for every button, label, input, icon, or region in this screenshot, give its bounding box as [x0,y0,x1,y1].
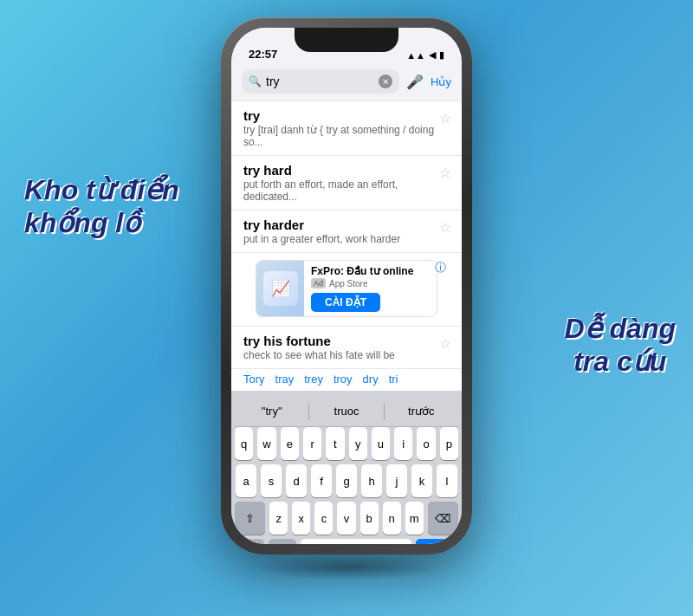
signal-icon: ▲▲ [406,50,425,61]
ad-badge: Ad [311,278,326,289]
kbd-suggestion-0[interactable]: "try" [235,405,308,418]
key-x[interactable]: x [292,502,310,535]
status-time: 22:57 [249,48,277,61]
keyboard-row-4: 123 ☺ dấu cách Tìm [235,539,458,544]
ad-install-button[interactable]: CÀI ĐẶT [311,293,380,312]
suggestion-tri[interactable]: tri [389,373,398,386]
key-s[interactable]: s [261,464,282,497]
result-word: try [243,108,450,123]
result-item-try-hard[interactable]: try hard put forth an effort, made an ef… [231,156,462,211]
search-results: try try [trai] danh từ { try at somethin… [231,101,462,391]
search-icon: 🔍 [249,75,262,88]
ad-info: FxPro: Đầu tư online Ad App Store CÀI ĐẶ… [304,261,437,316]
result-word: try harder [243,217,450,232]
phone-mockup: 22:57 ▲▲ ◀ ▮ 🔍 try ✕ 🎤 Hủy [221,17,472,554]
key-h[interactable]: h [361,464,382,497]
search-bar: 🔍 try ✕ 🎤 Hủy [231,66,462,101]
key-123[interactable]: 123 [235,539,264,544]
key-g[interactable]: g [336,464,357,497]
wifi-icon: ◀ [429,49,436,61]
key-a[interactable]: a [236,464,256,497]
keyboard-suggestion-bar: "try" truoc trước [235,396,458,427]
key-y[interactable]: y [349,427,367,460]
ad-title: FxPro: Đầu tư online [311,265,430,277]
star-icon[interactable]: ☆ [439,110,451,126]
ad-badge-row: Ad App Store [311,278,430,289]
key-d[interactable]: d [286,464,307,497]
clear-button[interactable]: ✕ [379,75,392,88]
key-z[interactable]: z [269,502,288,535]
ad-image: 📈 [256,261,304,316]
result-definition: try [trai] danh từ { try at something / … [243,124,450,148]
key-f[interactable]: f [311,464,332,497]
result-word: try hard [243,163,450,178]
key-delete[interactable]: ⌫ [428,502,458,535]
key-l[interactable]: l [437,464,457,497]
cancel-button[interactable]: Hủy [431,75,451,88]
right-promo-text: Dễ dàng tra cứu [565,312,676,379]
result-item-try-harder[interactable]: try harder put in a greater effort, work… [231,211,462,253]
kbd-suggestion-1[interactable]: truoc [309,405,383,418]
key-q[interactable]: q [235,427,253,460]
key-r[interactable]: r [303,427,321,460]
kbd-suggestion-2[interactable]: trước [385,405,458,418]
battery-icon: ▮ [439,49,444,61]
mic-icon[interactable]: 🎤 [406,74,424,90]
keyboard-row-2: a s d f g h j k l [235,464,458,497]
star-icon[interactable]: ☆ [439,219,451,236]
key-j[interactable]: j [386,464,407,497]
ad-info-icon[interactable]: ⓘ [435,260,446,276]
result-definition: check to see what his fate will be [243,349,450,361]
phone-body: 22:57 ▲▲ ◀ ▮ 🔍 try ✕ 🎤 Hủy [221,17,472,554]
star-icon[interactable]: ☆ [439,165,451,181]
phone-screen: 22:57 ▲▲ ◀ ▮ 🔍 try ✕ 🎤 Hủy [231,28,462,544]
key-u[interactable]: u [372,427,390,460]
suggestion-tory[interactable]: Tory [243,373,265,386]
key-t[interactable]: t [326,427,344,460]
ad-block: 📈 FxPro: Đầu tư online Ad App Store CÀI … [231,253,462,327]
key-search[interactable]: Tìm [416,539,458,544]
key-n[interactable]: n [383,502,401,535]
suggestion-tray[interactable]: tray [275,373,295,386]
ad-content-block[interactable]: 📈 FxPro: Đầu tư online Ad App Store CÀI … [256,260,437,317]
key-p[interactable]: p [440,427,458,460]
result-item-try-fortune[interactable]: try his fortune check to see what his fa… [231,327,462,369]
phone-shadow [251,554,442,580]
key-b[interactable]: b [360,502,379,535]
key-m[interactable]: m [405,502,424,535]
suggestion-troy[interactable]: troy [334,373,353,386]
search-input-wrapper[interactable]: 🔍 try ✕ [242,69,399,94]
status-icons: ▲▲ ◀ ▮ [406,49,444,61]
suggestion-trey[interactable]: trey [304,373,323,386]
key-k[interactable]: k [411,464,432,497]
key-shift[interactable]: ⇧ [235,502,265,535]
result-definition: put in a greater effort, work harder [243,233,450,245]
star-icon[interactable]: ☆ [439,335,451,352]
key-o[interactable]: o [417,427,435,460]
keyboard-row-3: ⇧ z x c v b n m ⌫ [235,502,458,535]
phone-notch [295,28,398,52]
key-e[interactable]: e [281,427,299,460]
keyboard: "try" truoc trước q w e r t y u i o [231,391,462,544]
search-input[interactable]: try [266,75,374,88]
ad-store: App Store [329,279,367,289]
key-c[interactable]: c [314,502,333,535]
key-w[interactable]: w [257,427,275,460]
result-item-try[interactable]: try try [trai] danh từ { try at somethin… [231,101,462,156]
result-word: try his fortune [243,334,450,348]
keyboard-row-1: q w e r t y u i o p [235,427,458,460]
key-space[interactable]: dấu cách [301,539,411,544]
left-promo-text: Kho từ điển khổng lồ [24,173,179,240]
suggestion-dry[interactable]: dry [363,373,379,386]
word-suggestions-row: Tory tray trey troy dry tri [231,369,462,391]
key-v[interactable]: v [337,502,355,535]
result-definition: put forth an effort, made an effort, ded… [243,178,450,203]
key-i[interactable]: i [394,427,412,460]
key-emoji[interactable]: ☺ [269,539,295,544]
